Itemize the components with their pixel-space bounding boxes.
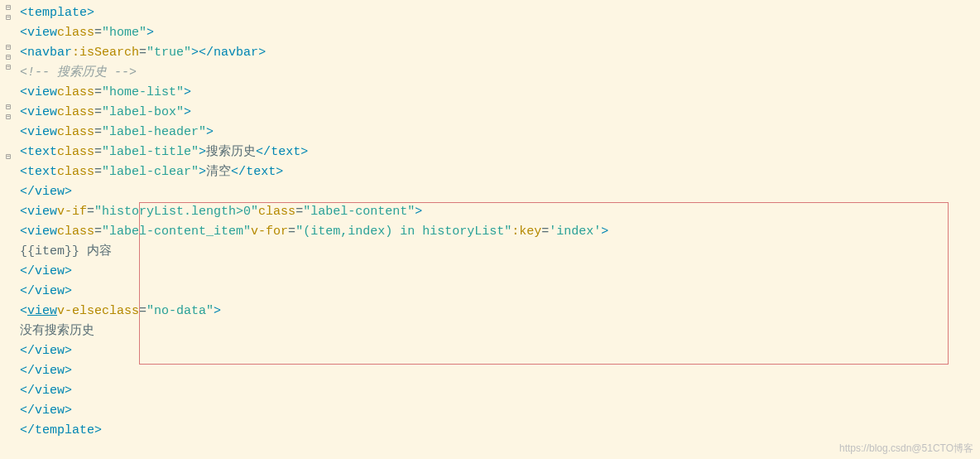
code-line[interactable]: <view v-else class="no-data"> bbox=[20, 302, 980, 321]
fold-icon[interactable]: ⊟ bbox=[3, 152, 13, 162]
fold-icon[interactable]: ⊟ bbox=[3, 63, 13, 73]
fold-icon bbox=[3, 83, 13, 93]
watermark: https://blog.csdn@51CTO博客 bbox=[839, 442, 973, 456]
fold-icon[interactable]: ⊟ bbox=[3, 13, 13, 23]
fold-icon bbox=[3, 172, 13, 182]
code-line[interactable]: </view> bbox=[20, 262, 980, 282]
code-line[interactable]: </view> bbox=[20, 182, 980, 202]
code-line[interactable]: <view class="label-content_item" v-for="… bbox=[20, 222, 980, 242]
fold-gutter: ⊟⊟⊟⊟⊟⊟⊟⊟ bbox=[0, 0, 17, 459]
code-line[interactable]: <!-- 搜索历史 --> bbox=[20, 63, 980, 83]
code-line[interactable]: </view> bbox=[20, 341, 980, 361]
code-line[interactable]: <view v-if="historyList.length>0" class=… bbox=[20, 202, 980, 222]
fold-icon bbox=[3, 133, 13, 143]
fold-icon bbox=[3, 212, 13, 222]
fold-icon bbox=[3, 192, 13, 202]
code-line[interactable]: <view class="home"> bbox=[20, 23, 980, 43]
code-line[interactable]: </view> bbox=[20, 282, 980, 302]
code-line[interactable]: </template> bbox=[20, 421, 980, 441]
code-line[interactable]: </view> bbox=[20, 361, 980, 381]
code-line[interactable]: </view> bbox=[20, 381, 980, 401]
fold-icon bbox=[3, 202, 13, 212]
code-line[interactable]: <view class="label-box"> bbox=[20, 103, 980, 123]
code-line[interactable]: <text class="label-clear">清空</text> bbox=[20, 162, 980, 182]
code-line[interactable]: 没有搜索历史 bbox=[20, 321, 980, 341]
code-line[interactable]: <view class="label-header"> bbox=[20, 123, 980, 143]
fold-icon bbox=[3, 182, 13, 192]
code-line[interactable]: <template> bbox=[20, 3, 980, 23]
code-line[interactable]: {{item}} 内容 bbox=[20, 242, 980, 262]
code-line[interactable]: </view> bbox=[20, 401, 980, 421]
code-line[interactable]: <view class="home-list"> bbox=[20, 83, 980, 103]
code-line[interactable]: <navbar :isSearch="true"></navbar> bbox=[20, 43, 980, 63]
fold-icon[interactable]: ⊟ bbox=[3, 113, 13, 123]
code-line[interactable]: <text class="label-title">搜索历史</text> bbox=[20, 143, 980, 162]
code-editor[interactable]: <template> <view class="home"> <navbar :… bbox=[17, 0, 980, 459]
